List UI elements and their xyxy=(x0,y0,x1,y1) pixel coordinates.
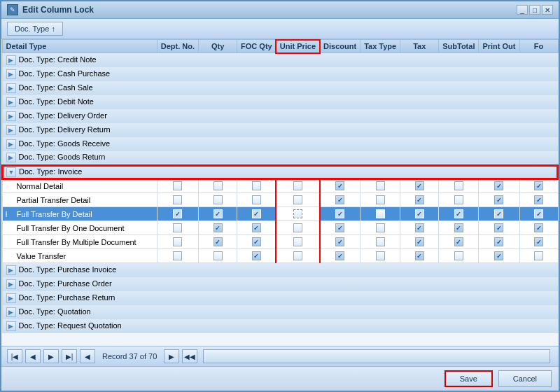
table-row[interactable]: ▶Doc. Type: Delivery Return xyxy=(2,123,558,137)
subtotal-checkbox[interactable] xyxy=(454,251,463,260)
table-row[interactable]: ▶Doc. Type: Purchase Order xyxy=(2,277,558,291)
taxtype-checkbox[interactable] xyxy=(376,195,385,204)
foc-checkbox[interactable] xyxy=(252,209,261,218)
discount-checkbox[interactable] xyxy=(335,223,344,232)
subtotal-checkbox[interactable] xyxy=(454,195,463,204)
forward-button[interactable]: ▶ xyxy=(164,349,179,363)
table-row[interactable]: ▶Doc. Type: Goods Return xyxy=(2,151,558,165)
foc-checkbox-cell[interactable] xyxy=(237,221,276,235)
table-row[interactable]: ▶Doc. Type: Credit Note xyxy=(2,53,558,67)
printout-checkbox-cell[interactable] xyxy=(479,221,519,235)
subtotal-checkbox-cell[interactable] xyxy=(439,207,479,221)
unit-checkbox-cell[interactable] xyxy=(276,249,319,263)
fo-checkbox-cell[interactable] xyxy=(519,249,558,263)
subtotal-checkbox[interactable] xyxy=(454,181,463,190)
table-row[interactable]: ▶Doc. Type: Purchase Invoice xyxy=(2,263,558,277)
unit-checkbox[interactable] xyxy=(293,251,302,260)
foc-checkbox[interactable] xyxy=(252,181,261,190)
fo-checkbox[interactable] xyxy=(534,209,543,218)
printout-checkbox[interactable] xyxy=(494,251,503,260)
printout-checkbox[interactable] xyxy=(494,209,503,218)
last-record-button[interactable]: ▶| xyxy=(62,349,77,363)
subtotal-checkbox[interactable] xyxy=(454,223,463,232)
back-button[interactable]: ◀◀ xyxy=(182,349,197,363)
printout-checkbox-cell[interactable] xyxy=(479,235,519,249)
save-button[interactable]: Save xyxy=(444,370,493,387)
foc-checkbox[interactable] xyxy=(252,251,261,260)
table-row[interactable]: ▶Doc. Type: Delivery Order xyxy=(2,109,558,123)
dept-checkbox[interactable] xyxy=(173,223,182,232)
fo-checkbox-cell[interactable] xyxy=(519,235,558,249)
subtotal-checkbox-cell[interactable] xyxy=(439,249,479,263)
dept-checkbox[interactable] xyxy=(173,209,182,218)
taxtype-checkbox[interactable] xyxy=(376,223,385,232)
dept-checkbox-cell[interactable] xyxy=(157,249,198,263)
unit-checkbox[interactable] xyxy=(293,237,302,246)
sort-button[interactable]: Doc. Type ↑ xyxy=(7,22,63,36)
subtotal-checkbox[interactable] xyxy=(454,237,463,246)
tax-checkbox[interactable] xyxy=(415,223,424,232)
dept-checkbox[interactable] xyxy=(173,251,182,260)
printout-checkbox[interactable] xyxy=(494,223,503,232)
discount-checkbox-cell[interactable] xyxy=(320,179,360,193)
qty-checkbox-cell[interactable] xyxy=(199,235,237,249)
unit-checkbox[interactable] xyxy=(293,223,302,232)
foc-checkbox-cell[interactable] xyxy=(237,235,276,249)
unit-checkbox-cell[interactable] xyxy=(276,221,319,235)
tax-checkbox[interactable] xyxy=(415,209,424,218)
printout-checkbox-cell[interactable] xyxy=(479,249,519,263)
dept-checkbox-cell[interactable] xyxy=(157,179,198,193)
invoice-group-row[interactable]: ▼Doc. Type: Invoice xyxy=(2,165,558,179)
tax-checkbox[interactable] xyxy=(415,195,424,204)
tax-checkbox-cell[interactable] xyxy=(400,221,439,235)
foc-checkbox-cell[interactable] xyxy=(237,193,276,207)
discount-checkbox[interactable] xyxy=(335,195,344,204)
unit-checkbox[interactable] xyxy=(293,209,302,218)
discount-checkbox[interactable] xyxy=(335,251,344,260)
subtotal-checkbox-cell[interactable] xyxy=(439,221,479,235)
discount-checkbox[interactable] xyxy=(335,181,344,190)
tax-checkbox[interactable] xyxy=(415,237,424,246)
discount-checkbox-cell[interactable] xyxy=(320,193,360,207)
foc-checkbox[interactable] xyxy=(252,195,261,204)
taxtype-checkbox-cell[interactable] xyxy=(360,207,400,221)
qty-checkbox-cell[interactable] xyxy=(199,207,237,221)
qty-checkbox[interactable] xyxy=(214,237,223,246)
unit-checkbox-cell[interactable] xyxy=(276,235,319,249)
dept-checkbox[interactable] xyxy=(173,237,182,246)
dept-checkbox[interactable] xyxy=(173,195,182,204)
dept-checkbox[interactable] xyxy=(173,181,182,190)
minimize-button[interactable]: _ xyxy=(517,5,528,15)
table-row[interactable]: ▶Doc. Type: Goods Receive xyxy=(2,137,558,151)
printout-checkbox[interactable] xyxy=(494,237,503,246)
printout-checkbox[interactable] xyxy=(494,195,503,204)
tax-checkbox[interactable] xyxy=(415,181,424,190)
table-container[interactable]: Detail Type Dept. No. Qty FOC Qty Unit P… xyxy=(1,39,559,346)
qty-checkbox[interactable] xyxy=(214,223,223,232)
dept-checkbox-cell[interactable] xyxy=(157,235,198,249)
subtotal-checkbox-cell[interactable] xyxy=(439,235,479,249)
tax-checkbox-cell[interactable] xyxy=(400,249,439,263)
tax-checkbox-cell[interactable] xyxy=(400,235,439,249)
prev-record-button[interactable]: ◀ xyxy=(25,349,41,363)
taxtype-checkbox[interactable] xyxy=(376,237,385,246)
table-row[interactable]: Value Transfer xyxy=(2,249,558,263)
fo-checkbox[interactable] xyxy=(534,251,543,260)
taxtype-checkbox[interactable] xyxy=(376,181,385,190)
table-row[interactable]: Full Transfer By One Document xyxy=(2,221,558,235)
table-row[interactable]: ▶Doc. Type: Debit Note xyxy=(2,95,558,109)
fo-checkbox-cell[interactable] xyxy=(519,207,558,221)
taxtype-checkbox-cell[interactable] xyxy=(360,221,400,235)
fo-checkbox-cell[interactable] xyxy=(519,179,558,193)
new-record-button[interactable]: ◀ xyxy=(80,349,95,363)
unit-checkbox-cell[interactable] xyxy=(276,207,319,221)
printout-checkbox-cell[interactable] xyxy=(479,207,519,221)
fo-checkbox-cell[interactable] xyxy=(519,193,558,207)
discount-checkbox[interactable] xyxy=(335,237,344,246)
taxtype-checkbox[interactable] xyxy=(376,251,385,260)
selected-table-row[interactable]: I Full Transfer By Detail xyxy=(2,207,558,221)
unit-checkbox-cell[interactable] xyxy=(276,193,319,207)
fo-checkbox[interactable] xyxy=(534,237,543,246)
qty-checkbox[interactable] xyxy=(214,195,223,204)
discount-checkbox-cell[interactable] xyxy=(320,235,360,249)
